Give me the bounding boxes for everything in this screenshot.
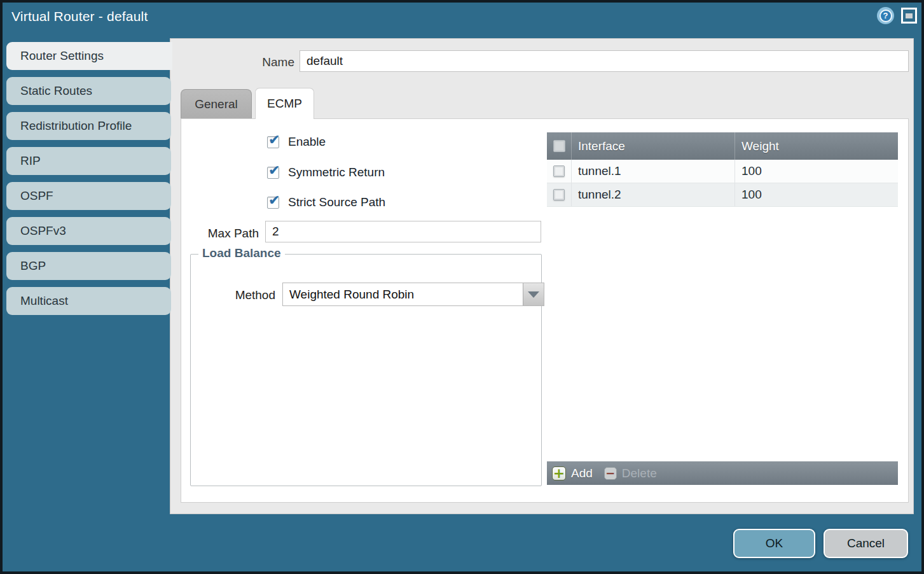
sidebar-item-bgp[interactable]: BGP <box>6 252 171 280</box>
enable-label: Enable <box>288 135 326 149</box>
row-checkbox-cell <box>547 183 571 206</box>
tab-label: ECMP <box>267 97 302 111</box>
delete-button-label: Delete <box>622 466 657 480</box>
ok-button[interactable]: OK <box>733 529 815 558</box>
minus-icon: − <box>604 467 617 480</box>
chevron-down-icon <box>528 291 539 298</box>
sidebar: Router Settings Static Routes Redistribu… <box>6 42 171 315</box>
strict-source-path-row: ✔ Strict Source Path <box>267 195 385 209</box>
cancel-button-label: Cancel <box>847 536 885 550</box>
sidebar-item-rip[interactable]: RIP <box>6 147 171 175</box>
row-checkbox-cell <box>547 160 571 183</box>
method-dropdown-button[interactable] <box>523 283 544 305</box>
table-row[interactable]: tunnel.1 100 <box>547 160 898 183</box>
virtual-router-dialog: Virtual Router - default ? Router Settin… <box>0 0 924 574</box>
strict-source-path-label: Strict Source Path <box>288 195 385 209</box>
method-label: Method <box>214 288 275 302</box>
table-empty-area <box>547 207 898 461</box>
method-dropdown[interactable]: Weighted Round Robin <box>282 283 544 306</box>
interface-table-header: Interface Weight <box>547 132 898 160</box>
sidebar-item-multicast[interactable]: Multicast <box>6 287 171 315</box>
checkmark-icon: ✔ <box>268 192 280 208</box>
sidebar-item-label: OSPFv3 <box>20 224 66 238</box>
symmetric-return-label: Symmetric Return <box>288 165 385 179</box>
cell-interface[interactable]: tunnel.1 <box>571 160 734 183</box>
ok-button-label: OK <box>766 536 783 550</box>
load-balance-legend: Load Balance <box>198 246 285 260</box>
window-restore-icon[interactable] <box>901 8 917 24</box>
header-checkbox-cell <box>547 132 571 160</box>
sidebar-item-label: Static Routes <box>20 84 92 98</box>
dialog-title: Virtual Router - default <box>11 9 148 24</box>
add-button-label: Add <box>571 466 593 480</box>
symmetric-return-row: ✔ Symmetric Return <box>267 165 385 179</box>
ecmp-tab-panel: ✔ Enable ✔ Symmetric Return ✔ Strict Sou… <box>181 118 909 503</box>
checkmark-icon: ✔ <box>268 162 280 178</box>
select-all-checkbox[interactable] <box>553 140 565 152</box>
tab-label: General <box>195 97 238 111</box>
cell-interface[interactable]: tunnel.2 <box>571 183 734 206</box>
tab-general[interactable]: General <box>181 89 252 118</box>
sidebar-item-label: OSPF <box>20 189 53 203</box>
cell-weight[interactable]: 100 <box>734 160 898 183</box>
cell-weight[interactable]: 100 <box>734 183 898 206</box>
table-row[interactable]: tunnel.2 100 <box>547 183 898 207</box>
help-icon[interactable]: ? <box>877 7 894 24</box>
sidebar-item-label: Redistribution Profile <box>20 119 132 133</box>
column-header-interface: Interface <box>571 132 734 160</box>
sidebar-item-label: Router Settings <box>20 49 104 63</box>
checkmark-icon: ✔ <box>268 132 280 148</box>
sidebar-item-static-routes[interactable]: Static Routes <box>6 77 171 105</box>
strict-source-path-checkbox[interactable]: ✔ <box>267 197 279 209</box>
sidebar-item-ospfv3[interactable]: OSPFv3 <box>6 217 171 245</box>
column-header-weight: Weight <box>734 132 898 160</box>
name-input[interactable] <box>300 50 909 72</box>
sidebar-item-router-settings[interactable]: Router Settings <box>6 42 172 70</box>
max-path-label: Max Path <box>193 227 259 241</box>
enable-row: ✔ Enable <box>267 135 326 149</box>
question-mark-glyph: ? <box>879 10 892 22</box>
symmetric-return-checkbox[interactable]: ✔ <box>267 167 279 179</box>
delete-button[interactable]: − Delete <box>604 466 657 480</box>
sidebar-item-redistribution-profile[interactable]: Redistribution Profile <box>6 112 171 140</box>
max-path-input[interactable] <box>265 221 541 242</box>
row-checkbox[interactable] <box>553 165 565 177</box>
sidebar-item-ospf[interactable]: OSPF <box>6 182 171 210</box>
cancel-button[interactable]: Cancel <box>824 529 908 558</box>
plus-icon: + <box>552 466 566 480</box>
row-checkbox[interactable] <box>553 189 565 200</box>
name-label: Name <box>234 55 294 69</box>
main-panel: Name General ECMP ✔ Enable ✔ Symmetric R… <box>170 38 914 514</box>
enable-checkbox[interactable]: ✔ <box>267 136 279 148</box>
add-button[interactable]: + Add <box>552 466 593 480</box>
load-balance-fieldset: Load Balance Method Weighted Round Robin <box>190 254 542 486</box>
sidebar-item-label: BGP <box>20 259 46 273</box>
sidebar-item-label: Multicast <box>20 294 68 308</box>
table-footer: + Add − Delete <box>547 461 898 485</box>
window-restore-glyph <box>906 13 913 18</box>
method-selected-value: Weighted Round Robin <box>283 288 523 302</box>
sidebar-item-label: RIP <box>20 154 41 168</box>
tab-ecmp[interactable]: ECMP <box>255 88 314 119</box>
interface-table: Interface Weight tunnel.1 100 tunnel.2 1… <box>547 132 898 485</box>
